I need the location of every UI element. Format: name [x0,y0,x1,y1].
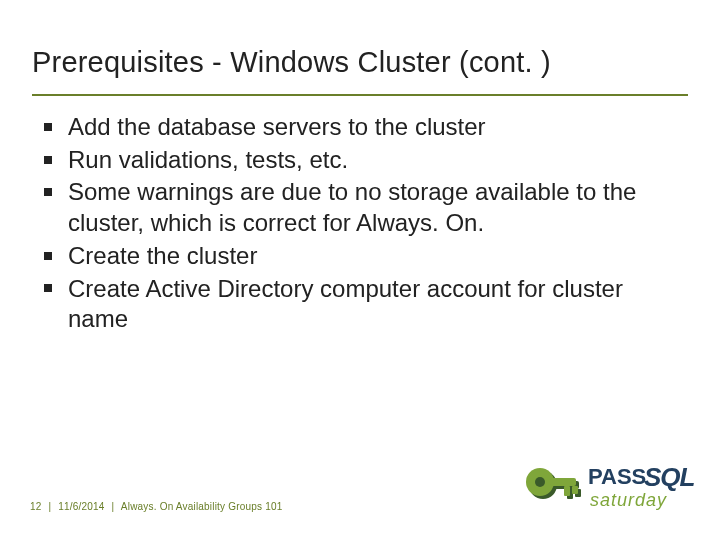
bullet-item: Create Active Directory computer account… [40,274,680,335]
key-icon [526,468,581,499]
title-rule [32,94,688,96]
logo-svg: PASS SQL saturday [522,460,702,528]
svg-point-8 [535,477,545,487]
svg-rect-6 [564,486,570,496]
slide-title: Prerequisites - Windows Cluster (cont. ) [32,46,551,79]
logo-sql-text: SQL [644,462,695,492]
footer-deck: Always. On Availability Groups 101 [121,501,283,512]
bullet-item: Add the database servers to the cluster [40,112,680,143]
logo-saturday-text: saturday [590,490,667,510]
footer: 12 | 11/6/2014 | Always. On Availability… [30,501,283,512]
footer-separator: | [112,501,115,512]
svg-rect-7 [572,486,578,494]
pass-sql-saturday-logo: PASS SQL saturday [522,460,702,528]
footer-separator: | [49,501,52,512]
bullet-item: Run validations, tests, etc. [40,145,680,176]
logo-pass-text: PASS [588,464,646,489]
footer-page: 12 [30,501,42,512]
bullet-item: Some warnings are due to no storage avai… [40,177,680,238]
slide: Prerequisites - Windows Cluster (cont. )… [0,0,720,540]
bullet-list: Add the database servers to the cluster … [40,112,680,337]
footer-date: 11/6/2014 [58,501,104,512]
svg-rect-5 [550,478,576,486]
bullet-item: Create the cluster [40,241,680,272]
